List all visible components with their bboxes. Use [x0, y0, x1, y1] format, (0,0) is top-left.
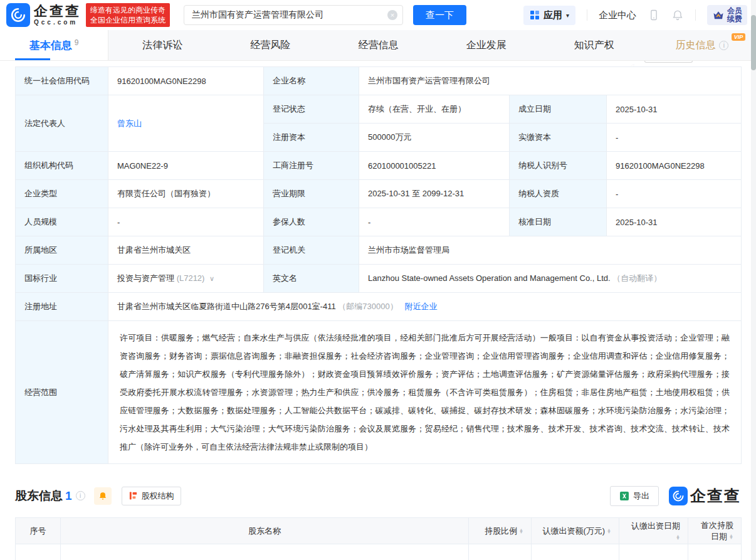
scrollbar[interactable] [751, 0, 756, 560]
field-label: 纳税人资质 [510, 180, 607, 208]
field-value: 兰州市市场监督管理局 [359, 236, 742, 265]
export-label: 导出 [633, 490, 649, 502]
sort-icon[interactable]: ▲▼ [607, 529, 611, 534]
tab-bar: 基本信息 9 法律诉讼 经营风险 经营信息 企业发展 知识产权 VIP 历史信息… [0, 30, 756, 61]
apps-grid-icon [530, 10, 540, 20]
mobile-phone-icon[interactable] [648, 9, 660, 21]
col-shareholder-name: 股东名称 [61, 518, 469, 544]
field-value: - [607, 124, 742, 152]
chevron-down-icon: ▾ [566, 12, 569, 19]
chevron-down-icon[interactable]: ∨ [209, 275, 214, 282]
equity-structure-label: 股权结构 [142, 490, 174, 502]
auto-translate-note: （自动翻译） [612, 273, 661, 283]
crown-icon [712, 9, 725, 21]
field-label: 人员规模 [16, 208, 108, 236]
basic-info-table: 统一社会信用代码 91620100MAG0NE2298 企业名称 兰州市国有资产… [15, 66, 742, 464]
tab-label: 经营风险 [250, 39, 290, 52]
member-label-line2: 续费 [727, 15, 742, 23]
shareholders-title: 股东信息 [15, 488, 63, 504]
clear-search-icon[interactable]: × [387, 10, 397, 20]
shareholders-count: 1 [65, 489, 72, 503]
ratio-cell: 100% [469, 544, 532, 560]
row-no: 1 [16, 544, 61, 560]
equity-structure-button[interactable]: 股权结构 [122, 487, 181, 505]
field-value[interactable]: 投资与资产管理 (L7212) ∨ [108, 265, 264, 293]
field-label: 法定代表人 [16, 95, 108, 152]
info-icon: i [76, 491, 85, 500]
excel-icon [619, 491, 629, 501]
tab-legal-litigation[interactable]: 法律诉讼 [108, 30, 216, 60]
field-label: 登记机关 [264, 236, 359, 265]
tab-intellectual-property[interactable]: 知识产权 [540, 30, 648, 60]
col-ratio[interactable]: 持股比例▲▼ [469, 518, 532, 544]
bell-icon [98, 491, 108, 501]
qcc-footer-brand: 企查查 [669, 485, 741, 506]
scrollbar-thumb[interactable] [751, 15, 756, 70]
member-renew-button[interactable]: 会员 续费 [707, 5, 747, 25]
search-input[interactable] [192, 10, 387, 20]
notification-bell-icon[interactable] [671, 9, 684, 21]
col-first-hold-date[interactable]: 首次持股日期▲▼ [688, 518, 742, 544]
field-label: 工商注册号 [264, 152, 359, 180]
field-label: 实缴资本 [510, 124, 607, 152]
brand-slogan: 缔造有远见的商业传奇 全国企业信用查询系统 [86, 3, 170, 27]
field-value: MAG0NE22-9 [108, 152, 264, 180]
apps-label: 应用 [543, 9, 562, 21]
tab-company-development[interactable]: 企业发展 [433, 30, 540, 60]
info-row: 人员规模 - 参保人数 - 核准日期 2025-10-31 [16, 208, 742, 236]
field-value: 2025-10-31 [607, 208, 742, 236]
divider [587, 9, 587, 21]
brand-text[interactable]: 企查查 Qcc.com [34, 4, 81, 26]
nearby-companies-link[interactable]: 附近企业 [405, 302, 438, 311]
registered-address: 甘肃省兰州市城关区临夏路街道中山路276号第4层001室-411 [117, 302, 336, 311]
tab-basic-info[interactable]: 基本信息 9 [0, 30, 108, 60]
tab-label: 法律诉讼 [142, 39, 182, 52]
field-label: 登记状态 [264, 95, 359, 124]
vip-badge: VIP [732, 33, 746, 41]
field-label: 参保人数 [264, 208, 359, 236]
qcc-logo-icon[interactable] [6, 3, 30, 27]
col-no: 序号 [16, 518, 61, 544]
first-hold-date-cell: 2025-10-31 [688, 544, 742, 560]
field-label: 成立日期 [510, 95, 607, 124]
col-subscribed-amount[interactable]: 认缴出资额(万元)▲▼ [532, 518, 619, 544]
export-button[interactable]: 导出 [610, 486, 659, 506]
org-chart-icon [129, 491, 138, 500]
qcc-logo-icon [669, 487, 688, 505]
info-row: 国标行业 投资与资产管理 (L7212) ∨ 英文名 Lanzhou State… [16, 265, 742, 293]
info-row: 企业类型 有限责任公司（国有独资） 营业期限 2025-10-31 至 2099… [16, 180, 742, 208]
postcode: （邮编730000） [338, 302, 397, 311]
sort-icon[interactable]: ▲▼ [519, 529, 523, 534]
enterprise-center-link[interactable]: 企业中心 [599, 9, 636, 21]
english-name: Lanzhou State-owned Assets Operation and… [368, 273, 611, 283]
subscribe-date-cell: - [619, 544, 688, 560]
sort-icon[interactable]: ▲▼ [676, 535, 680, 540]
field-label: 所属地区 [16, 236, 108, 265]
brand-name: 企查查 [34, 4, 81, 18]
sort-icon[interactable]: ▲▼ [729, 534, 733, 539]
monitor-bell-button[interactable] [94, 487, 112, 505]
col-subscribe-date[interactable]: 认缴出资日期▲▼ [619, 518, 688, 544]
field-value: 曾东山 [108, 95, 264, 152]
business-scope-text: 许可项目：供暖服务；燃气经营；自来水生产与供应（依法须经批准的项目，经相关部门批… [108, 321, 742, 464]
top-header: 企查查 Qcc.com 缔造有远见的商业传奇 全国企业信用查询系统 × 查一下 … [0, 0, 756, 30]
apps-dropdown[interactable]: 应用 ▾ [523, 6, 575, 25]
field-value: 有限责任公司（国有独资） [108, 180, 264, 208]
info-row: 经营范围 许可项目：供暖服务；燃气经营；自来水生产与供应（依法须经批准的项目，经… [16, 321, 742, 464]
tab-history-info[interactable]: VIP 历史信息 i [648, 30, 756, 60]
field-label: 国标行业 [16, 265, 108, 293]
field-value: 2025-10-31 [607, 95, 742, 124]
shareholders-table-header: 序号 股东名称 持股比例▲▼ 认缴出资额(万元)▲▼ 认缴出资日期▲▼ 首次持股… [16, 518, 742, 544]
divider [695, 9, 696, 21]
field-value: 91620100MAG0NE2298 [607, 152, 742, 180]
field-label: 企业类型 [16, 180, 108, 208]
field-value: 620100001005221 [359, 152, 510, 180]
tab-operation-info[interactable]: 经营信息 [324, 30, 432, 60]
search-button[interactable]: 查一下 [413, 5, 466, 25]
search-box[interactable]: × [184, 5, 403, 25]
tab-operation-risk[interactable]: 经营风险 [216, 30, 324, 60]
shareholders-table: 序号 股东名称 持股比例▲▼ 认缴出资额(万元)▲▼ 认缴出资日期▲▼ 首次持股… [15, 517, 742, 560]
legal-rep-link[interactable]: 曾东山 [117, 119, 142, 128]
tab-label: 企业发展 [466, 39, 507, 52]
tab-label: 经营信息 [358, 39, 398, 52]
